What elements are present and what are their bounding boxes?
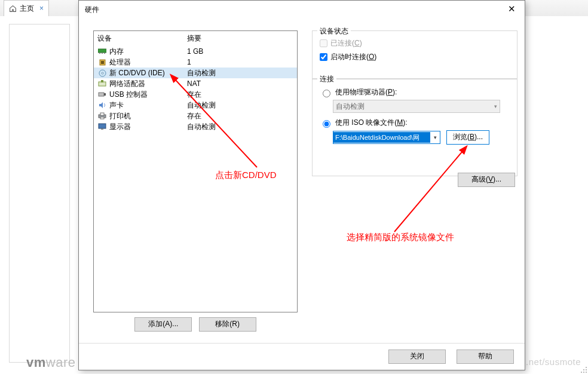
radio-iso-file-label: 使用 ISO 映像文件(M): (335, 118, 408, 128)
device-summary: 自动检测 (187, 68, 216, 78)
device-row-net[interactable]: 网络适配器NAT (94, 78, 297, 89)
device-summary: 存在 (187, 90, 201, 100)
tab-close-icon[interactable]: × (39, 4, 44, 13)
iso-file-value: F:\BaiduNetdiskDownload\网 (333, 132, 430, 143)
chevron-down-icon: ▾ (494, 103, 497, 109)
devices-header: 设备 摘要 (94, 31, 297, 46)
background-panel (9, 24, 70, 363)
svg-rect-9 (101, 80, 103, 82)
radio-iso-file-input[interactable] (323, 120, 330, 128)
device-name: 显示器 (109, 122, 187, 132)
device-summary: 1 (187, 58, 191, 66)
device-name: 打印机 (109, 111, 187, 121)
vmware-logo: vmware (26, 355, 75, 370)
device-summary: 自动检测 (187, 122, 216, 132)
dialog-footer: 关闭 帮助 (79, 343, 525, 370)
radio-physical-drive[interactable]: 使用物理驱动器(P): (320, 87, 510, 97)
cd-icon (97, 69, 107, 77)
resize-grip[interactable] (578, 364, 587, 373)
home-icon (9, 5, 17, 13)
svg-point-7 (102, 72, 103, 74)
group-connection: 连接 使用物理驱动器(P): 自动检测 ▾ 使用 ISO 映像文件(M): F:… (312, 78, 517, 176)
checkbox-connect-on-start[interactable]: 启动时连接(O) (320, 52, 510, 62)
annotation-text-left: 点击新CD/DVD (215, 170, 277, 181)
net-icon (97, 79, 107, 88)
device-summary: 1 GB (187, 47, 203, 56)
group-device-status: 设备状态 已连接(C) 启动时连接(O) (312, 30, 517, 79)
svg-rect-15 (99, 124, 106, 128)
help-button[interactable]: 帮助 (457, 350, 514, 364)
svg-rect-14 (100, 117, 104, 119)
device-name: 内存 (109, 47, 187, 57)
dialog-title: 硬件 (79, 1, 525, 19)
svg-rect-13 (100, 113, 104, 115)
device-name: 新 CD/DVD (IDE) (109, 68, 187, 78)
device-row-cd[interactable]: 新 CD/DVD (IDE)自动检测 (94, 68, 297, 78)
ram-icon (97, 47, 107, 56)
radio-physical-drive-label: 使用物理驱动器(P): (335, 87, 397, 97)
svg-rect-11 (104, 93, 106, 96)
device-name: 处理器 (109, 57, 187, 68)
device-row-prn[interactable]: 打印机存在 (94, 111, 297, 121)
add-button[interactable]: 添加(A)... (134, 317, 192, 332)
device-name: 网络适配器 (109, 79, 187, 89)
device-row-usb[interactable]: USB 控制器存在 (94, 89, 297, 100)
hardware-dialog: 硬件 ✕ 设备 摘要 内存1 GB处理器1新 CD/DVD (IDE)自动检测网… (78, 0, 525, 370)
tab-home-label: 主页 (20, 4, 34, 14)
device-row-ram[interactable]: 内存1 GB (94, 46, 297, 57)
svg-rect-10 (99, 93, 104, 96)
svg-rect-2 (102, 53, 103, 54)
tab-home[interactable]: 主页 × (4, 0, 49, 16)
svg-rect-3 (104, 53, 105, 54)
annotation-text-right: 选择精简版的系统镜像文件 (347, 232, 454, 243)
radio-physical-drive-input[interactable] (323, 90, 330, 97)
dialog-close-button[interactable]: ✕ (498, 1, 525, 19)
radio-iso-file[interactable]: 使用 ISO 映像文件(M): (320, 118, 510, 128)
devices-header-device: 设备 (97, 33, 187, 44)
physical-drive-value: 自动检测 (336, 102, 365, 112)
svg-rect-16 (101, 128, 103, 130)
device-name: 声卡 (109, 100, 187, 111)
device-summary: NAT (187, 79, 201, 88)
device-row-mon[interactable]: 显示器自动检测 (94, 121, 297, 132)
checkbox-connected-label: 已连接(C) (330, 38, 362, 48)
browse-button[interactable]: 浏览(B)... (446, 130, 489, 145)
device-row-snd[interactable]: 声卡自动检测 (94, 100, 297, 111)
mon-icon (97, 122, 107, 131)
close-button[interactable]: 关闭 (388, 350, 446, 364)
iso-file-combo[interactable]: F:\BaiduNetdiskDownload\网 ▾ (333, 131, 440, 144)
usb-icon (97, 90, 107, 99)
chevron-down-icon[interactable]: ▾ (430, 134, 440, 140)
checkbox-connect-on-start-label: 启动时连接(O) (330, 52, 376, 62)
checkbox-connect-on-start-input[interactable] (320, 53, 327, 61)
svg-rect-0 (98, 49, 106, 53)
group-device-status-legend: 设备状态 (317, 26, 351, 36)
svg-rect-8 (99, 82, 106, 86)
devices-header-summary: 摘要 (187, 33, 201, 44)
checkbox-connected: 已连接(C) (320, 38, 510, 48)
physical-drive-combo: 自动检测 ▾ (333, 100, 500, 113)
advanced-button[interactable]: 高级(V)... (458, 173, 515, 187)
device-name: USB 控制器 (109, 90, 187, 100)
snd-icon (97, 101, 107, 109)
device-row-cpu[interactable]: 处理器1 (94, 57, 297, 68)
device-summary: 自动检测 (187, 100, 216, 111)
remove-button[interactable]: 移除(R) (199, 317, 256, 332)
svg-rect-1 (99, 53, 100, 54)
svg-rect-5 (101, 61, 104, 64)
group-connection-legend: 连接 (317, 74, 336, 84)
checkbox-connected-input (320, 39, 327, 47)
device-summary: 存在 (187, 111, 201, 121)
cpu-icon (97, 58, 107, 66)
prn-icon (97, 112, 107, 120)
